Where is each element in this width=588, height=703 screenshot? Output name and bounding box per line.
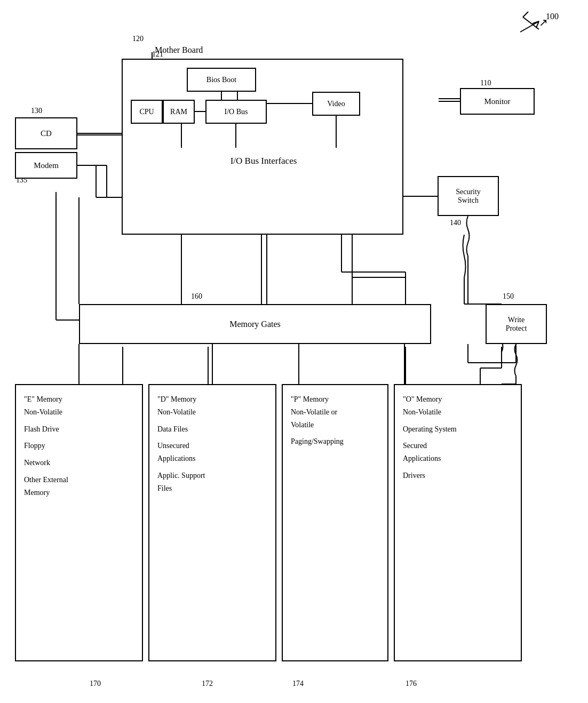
modem-box: Modem <box>15 152 77 179</box>
svg-line-0 <box>523 17 539 29</box>
svg-line-30 <box>520 21 539 32</box>
o-memory-os: Operating System <box>403 423 513 436</box>
d-memory-ref: 172 <box>202 680 213 688</box>
cd-box: CD <box>15 117 77 149</box>
motherboard-box: 121 Bios Boot Video CPU RAM I/O Bus I/O … <box>122 59 403 235</box>
svg-line-1 <box>523 12 528 17</box>
svg-line-32 <box>533 21 539 23</box>
e-memory-floppy: Floppy <box>24 440 134 452</box>
motherboard-internal-lines <box>123 60 404 236</box>
p-memory-content: "P" MemoryNon-Volatile orVolatile Paging… <box>291 393 379 452</box>
memory-gates-ref: 160 <box>191 292 202 301</box>
inner-ref-121: 121 <box>152 50 163 59</box>
p-memory-ref: 174 <box>292 680 304 688</box>
e-memory-title: "E" MemoryNon-Volatile <box>24 393 134 419</box>
arrow-100: ↗ <box>539 16 548 29</box>
monitor-box: Monitor <box>460 88 535 115</box>
d-memory-content: "D" MemoryNon-Volatile Data Files Unsecu… <box>157 393 267 499</box>
security-switch-box: Security Switch <box>438 176 499 216</box>
p-memory-box: "P" MemoryNon-Volatile orVolatile Paging… <box>282 384 388 661</box>
diagram: 100 ↗ Mother Board 120 121 Bios Boot Vid… <box>0 0 588 703</box>
e-memory-network: Network <box>24 457 134 469</box>
cd-ref: 130 <box>31 107 42 115</box>
o-memory-drivers: Drivers <box>403 469 513 482</box>
e-memory-other: Other ExternalMemory <box>24 474 134 499</box>
d-memory-box: "D" MemoryNon-Volatile Data Files Unsecu… <box>148 384 276 661</box>
motherboard-ref: 120 <box>132 35 144 43</box>
write-protect-box: Write Protect <box>486 304 547 344</box>
monitor-ref: 110 <box>480 79 491 87</box>
memory-gates-box: Memory Gates <box>79 304 431 344</box>
o-memory-secured: SecuredApplications <box>403 440 513 465</box>
e-memory-flash: Flash Drive <box>24 423 134 436</box>
e-memory-content: "E" MemoryNon-Volatile Flash Drive Flopp… <box>24 393 134 504</box>
p-memory-title: "P" MemoryNon-Volatile orVolatile <box>291 393 379 431</box>
o-memory-title: "O" MemoryNon-Volatile <box>403 393 513 419</box>
o-memory-box: "O" MemoryNon-Volatile Operating System … <box>394 384 522 661</box>
d-memory-title: "D" MemoryNon-Volatile <box>157 393 267 419</box>
p-memory-paging: Paging/Swapping <box>291 435 379 448</box>
d-memory-data: Data Files <box>157 423 267 436</box>
e-memory-box: "E" MemoryNon-Volatile Flash Drive Flopp… <box>15 384 143 661</box>
security-switch-ref: 140 <box>450 219 461 227</box>
o-memory-ref: 176 <box>406 680 417 688</box>
d-memory-unsecured: UnsecuredApplications <box>157 440 267 465</box>
o-memory-content: "O" MemoryNon-Volatile Operating System … <box>403 393 513 486</box>
d-memory-applic: Applic. SupportFiles <box>157 469 267 495</box>
e-memory-ref: 170 <box>90 680 101 688</box>
write-protect-ref: 150 <box>503 292 514 301</box>
